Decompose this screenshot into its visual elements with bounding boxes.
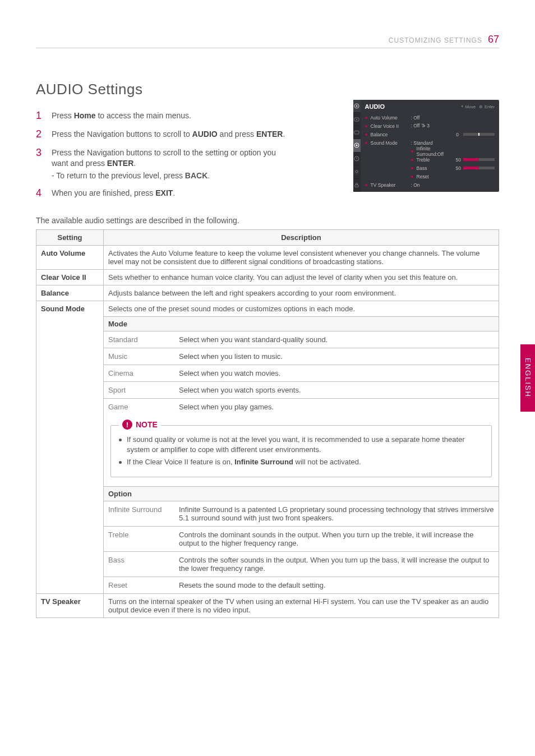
mode-label: Music [104, 348, 174, 365]
option-desc: Resets the sound mode to the default set… [174, 577, 499, 593]
step-number: 2 [36, 129, 44, 140]
section-name: CUSTOMIZING SETTINGS [389, 36, 482, 44]
desc-clear-voice: Sets whether to enhance human voice clar… [104, 270, 499, 285]
mode-label: Sport [104, 382, 174, 398]
note-item: If sound quality or volume is not at the… [119, 435, 483, 454]
option-table: Option Infinite SurroundInfinite Surroun… [104, 486, 499, 593]
step-4: 4 When you are finished, press EXIT. [36, 188, 294, 199]
osd-row-label: Treble [417, 157, 456, 163]
speaker-icon [353, 103, 360, 109]
step-number: 4 [36, 188, 44, 199]
speaker-active-icon [353, 142, 360, 149]
step-text: Press the Navigation buttons to scroll t… [52, 129, 285, 140]
language-tab: ENGLISH [520, 344, 535, 412]
page-header: CUSTOMIZING SETTINGS 67 [36, 34, 499, 48]
mode-desc: Select when you want standard-quality so… [174, 331, 499, 348]
osd-row-value: 50 [456, 157, 461, 163]
option-label: Infinite Surround [104, 501, 174, 526]
note-label: NOTE [136, 420, 158, 429]
osd-tab-time-icon [353, 153, 361, 165]
row-tv-speaker: TV Speaker [36, 594, 104, 618]
osd-hint-move: ⌖ Move [461, 104, 476, 109]
osd-row-label: Sound Mode [371, 140, 411, 146]
osd-row-label: Balance [371, 132, 411, 137]
mode-header: Mode [104, 317, 499, 331]
osd-row-label: Auto Volume [371, 115, 411, 121]
clock-icon [353, 155, 360, 162]
treble-slider [463, 158, 495, 161]
desc-tv-speaker: Turns on the internal speaker of the TV … [104, 594, 499, 618]
row-auto-volume: Auto Volume [36, 246, 104, 270]
option-desc: Controls the softer sounds in the output… [174, 552, 499, 577]
col-header-description: Description [104, 230, 499, 246]
step-text: Press Home to access the main menus. [52, 110, 191, 121]
note-item: If the Clear Voice II feature is on, Inf… [119, 457, 483, 467]
osd-row-label: Reset [417, 174, 456, 179]
mode-label: Game [104, 399, 174, 415]
enter-icon: ⊛ [479, 104, 483, 109]
step-3: 3 Press the Navigation buttons to scroll… [36, 147, 294, 169]
osd-title: AUDIO [365, 103, 385, 110]
osd-tab-strip [353, 100, 361, 192]
osd-row-value: : Standard [411, 140, 495, 146]
step-number: 1 [36, 110, 44, 121]
osd-row-label: Infinite Surround:Off [417, 146, 456, 157]
svg-rect-4 [354, 131, 359, 135]
row-sound-mode: Sound Mode [36, 301, 104, 594]
mode-desc: Select when you play games. [174, 399, 499, 415]
osd-row-value: : On [411, 182, 495, 188]
page-title: AUDIO Settings [36, 81, 499, 98]
note-badge: ! NOTE [119, 420, 161, 430]
steps-list: 1 Press Home to access the main menus. 2… [36, 110, 294, 198]
mode-label: Cinema [104, 365, 174, 381]
svg-point-8 [356, 170, 358, 173]
desc-sound-mode: Selects one of the preset sound modes or… [104, 301, 499, 594]
osd-tab-channel-icon [353, 126, 361, 139]
gear-icon [353, 168, 360, 175]
osd-hint-enter: ⊛ Enter [479, 104, 495, 109]
osd-row-label: TV Speaker [371, 182, 411, 188]
mode-desc: Select when you listen to music. [174, 348, 499, 365]
lock-icon [353, 182, 360, 188]
svg-point-9 [354, 169, 359, 174]
osd-row-value: : Off ꕅ 3 [411, 123, 495, 129]
step-2: 2 Press the Navigation buttons to scroll… [36, 129, 294, 140]
picture-icon [353, 116, 360, 123]
svg-rect-10 [355, 185, 358, 187]
svg-point-3 [356, 119, 357, 120]
mode-table: Mode StandardSelect when you want standa… [104, 316, 499, 415]
exclamation-icon: ! [122, 420, 132, 430]
svg-point-6 [356, 145, 358, 146]
svg-point-1 [356, 105, 358, 107]
osd-row-value: 0 [411, 132, 495, 137]
osd-rows: Auto Volume: Off Clear Voice II: Off ꕅ 3… [365, 113, 495, 189]
option-label: Treble [104, 527, 174, 551]
osd-row-value: : Off [411, 115, 495, 121]
settings-table: Setting Description Auto Volume Activate… [36, 229, 499, 618]
desc-balance: Adjusts balance between the left and rig… [104, 285, 499, 301]
mode-label: Standard [104, 331, 174, 348]
osd-tab-picture-icon [353, 113, 361, 126]
osd-row-value: 50 [456, 165, 461, 171]
osd-row-label: Bass [417, 165, 456, 171]
step-number: 3 [36, 147, 44, 169]
page-number: 67 [488, 34, 499, 45]
osd-tab-option-icon [353, 165, 361, 178]
row-balance: Balance [36, 285, 104, 301]
step-text: Press the Navigation buttons to scroll t… [52, 147, 294, 169]
option-label: Bass [104, 552, 174, 577]
mode-desc: Select when you watch sports events. [174, 382, 499, 398]
mode-desc: Select when you watch movies. [174, 365, 499, 381]
dpad-icon: ⌖ [461, 104, 464, 109]
osd-tab-lock-icon [353, 179, 361, 192]
desc-auto-volume: Activates the Auto Volume feature to kee… [104, 246, 499, 270]
step-1: 1 Press Home to access the main menus. [36, 110, 294, 121]
col-header-setting: Setting [36, 230, 104, 246]
row-clear-voice: Clear Voice II [36, 270, 104, 285]
osd-tab-audio-icon [353, 100, 361, 113]
osd-tab-active-icon [353, 139, 361, 152]
step-3-substep: - To return to the previous level, press… [52, 171, 294, 180]
availability-note: The available audio settings are describ… [36, 216, 499, 225]
option-header: Option [104, 487, 499, 501]
option-label: Reset [104, 577, 174, 593]
